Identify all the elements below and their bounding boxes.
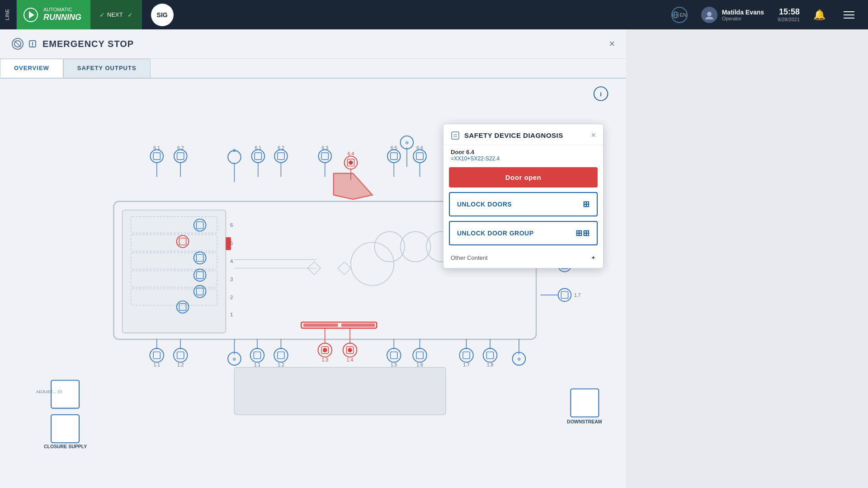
door-number: Door 6.4 — [451, 149, 596, 155]
svg-point-118 — [348, 348, 352, 352]
svg-text:DOWNSTREAM: DOWNSTREAM — [567, 419, 602, 424]
svg-rect-51 — [234, 367, 445, 415]
svg-point-4 — [705, 17, 713, 19]
svg-text:1.7: 1.7 — [574, 293, 581, 298]
svg-text:⊕: ⊕ — [232, 148, 236, 153]
svg-text:6.3: 6.3 — [321, 145, 328, 150]
check-icon: ✓ — [99, 11, 105, 19]
language-selector[interactable]: EN — [671, 7, 688, 23]
svg-rect-73 — [321, 153, 328, 160]
safety-diag-close-button[interactable]: × — [591, 131, 596, 140]
svg-rect-152 — [571, 389, 599, 417]
svg-text:⊕: ⊕ — [232, 357, 236, 361]
svg-text:6.1: 6.1 — [154, 145, 160, 150]
main-content: LINE EMERGENCY STOP × OVERVIEW SAFE — [0, 29, 868, 488]
modal-title: EMERGENCY STOP — [42, 39, 134, 49]
modal-tabs: OVERVIEW SAFETY OUTPUTS — [0, 59, 626, 79]
svg-rect-147 — [51, 380, 79, 408]
running-text: AUTOMATIC RUNNING — [43, 7, 81, 23]
svg-rect-50 — [341, 324, 375, 327]
svg-text:1.1: 1.1 — [254, 362, 261, 367]
datetime: 15:58 9/28/2021 — [778, 7, 800, 22]
svg-rect-104 — [254, 352, 260, 359]
svg-text:1.2: 1.2 — [177, 362, 184, 367]
svg-point-39 — [351, 242, 394, 285]
svg-point-125 — [413, 348, 427, 362]
svg-text:6: 6 — [230, 222, 233, 228]
tab-overview[interactable]: OVERVIEW — [0, 59, 63, 78]
svg-rect-155 — [452, 132, 459, 139]
sig-logo: SIG — [151, 4, 174, 26]
svg-text:6.4: 6.4 — [348, 151, 354, 156]
svg-rect-30 — [226, 237, 231, 250]
door-open-button[interactable]: Door open — [449, 167, 598, 188]
svg-rect-14 — [122, 210, 226, 333]
emergency-stop-modal: EMERGENCY STOP × OVERVIEW SAFETY OUTPUTS… — [0, 29, 626, 488]
svg-rect-82 — [391, 153, 397, 160]
unlock-icon: ⊞ — [583, 199, 590, 209]
svg-text:1.8: 1.8 — [487, 362, 494, 367]
svg-point-81 — [387, 150, 401, 163]
svg-text:6.2: 6.2 — [278, 145, 284, 150]
expand-icon: ✦ — [591, 254, 596, 261]
check-icon-2: ✓ — [127, 11, 133, 19]
svg-rect-58 — [177, 153, 184, 160]
header-right: EN Matilda Evans Operator 15:58 9/28/202… — [671, 7, 868, 23]
svg-point-78 — [349, 160, 353, 165]
svg-rect-145 — [561, 291, 568, 298]
svg-point-68 — [274, 150, 288, 163]
tab-safety-outputs[interactable]: SAFETY OUTPUTS — [63, 59, 151, 78]
svg-point-57 — [174, 150, 187, 163]
notification-bell-icon[interactable]: 🔔 — [813, 9, 826, 21]
svg-point-121 — [387, 348, 401, 362]
svg-rect-122 — [391, 352, 397, 359]
other-content-section[interactable]: Other Content ✦ — [443, 250, 603, 266]
modal-header: EMERGENCY STOP × — [0, 29, 626, 59]
svg-rect-126 — [416, 352, 423, 359]
line-label: LINE — [5, 9, 10, 20]
svg-point-72 — [318, 150, 331, 163]
svg-text:6.5: 6.5 — [391, 145, 397, 150]
safety-diag-header: SAFETY DEVICE DIAGNOSIS × — [443, 124, 603, 145]
svg-text:⟨/⟩: ⟨/⟩ — [57, 389, 62, 394]
svg-text:⊕: ⊕ — [405, 140, 409, 145]
svg-text:6.2: 6.2 — [177, 145, 184, 150]
user-details: Matilda Evans Operator — [722, 9, 764, 21]
svg-text:⊕: ⊕ — [517, 357, 521, 361]
svg-text:2: 2 — [230, 295, 233, 300]
menu-button[interactable] — [839, 7, 859, 23]
svg-marker-47 — [334, 174, 373, 199]
svg-point-96 — [174, 348, 188, 362]
unlock-doors-button[interactable]: UNLOCK DOORS ⊞ — [449, 192, 598, 216]
auto-label: AUTOMATIC — [43, 7, 81, 13]
unlock-group-icon: ⊞⊞ — [576, 228, 590, 238]
svg-text:1.1: 1.1 — [154, 362, 160, 367]
svg-point-92 — [150, 348, 164, 362]
unlock-group-label: UNLOCK DOOR GROUP — [457, 230, 534, 237]
svg-text:1.7: 1.7 — [463, 362, 470, 367]
svg-rect-69 — [278, 153, 284, 160]
svg-rect-108 — [278, 352, 284, 359]
svg-point-53 — [150, 150, 163, 163]
svg-rect-65 — [255, 153, 261, 160]
svg-point-10 — [32, 46, 33, 47]
avatar — [701, 7, 717, 23]
lang-label: EN — [679, 12, 686, 18]
svg-rect-97 — [177, 352, 184, 359]
svg-point-103 — [250, 348, 264, 362]
time-display: 15:58 — [778, 7, 800, 17]
svg-text:1: 1 — [230, 312, 233, 317]
svg-rect-150 — [51, 415, 79, 443]
svg-rect-130 — [463, 352, 470, 359]
running-status: AUTOMATIC RUNNING — [17, 0, 90, 29]
play-triangle-icon — [29, 11, 34, 19]
svg-text:3: 3 — [230, 277, 233, 282]
user-role: Operator — [722, 16, 764, 21]
other-content-label: Other Content — [451, 254, 488, 261]
unlock-door-group-button[interactable]: UNLOCK DOOR GROUP ⊞⊞ — [449, 221, 598, 245]
emergency-stop-icon — [11, 38, 37, 50]
modal-close-button[interactable]: × — [609, 38, 615, 50]
svg-text:1.3: 1.3 — [321, 357, 328, 362]
svg-rect-134 — [486, 352, 493, 359]
svg-text:1.6: 1.6 — [416, 362, 423, 367]
